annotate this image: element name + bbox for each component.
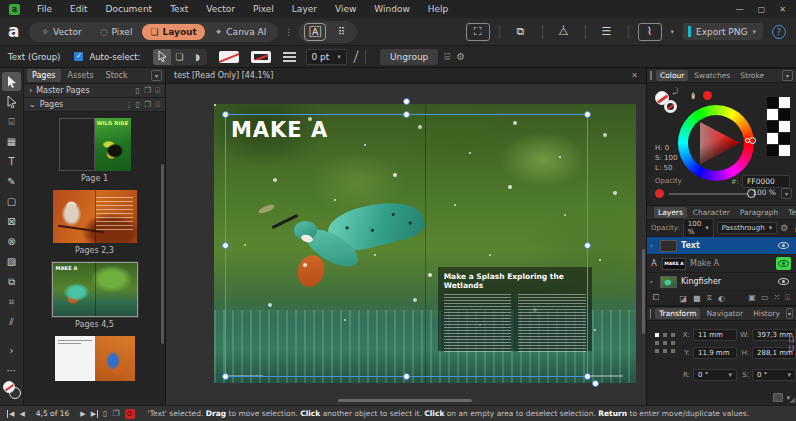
settings-gear-icon[interactable]: ⚙ xyxy=(456,51,465,62)
menu-document[interactable]: Document xyxy=(97,2,162,16)
stroke-swatch-none[interactable] xyxy=(251,51,271,63)
opacity-value[interactable]: 100 % xyxy=(752,188,776,197)
live-filter-icon[interactable]: ⧖ xyxy=(707,293,713,303)
tab-colour[interactable]: Colour xyxy=(656,70,688,81)
swatch-cell[interactable] xyxy=(767,97,778,108)
tab-pages[interactable]: Pages xyxy=(27,69,61,82)
canvas[interactable]: MAKE A Make a Splash Exploring the Wetla… xyxy=(166,84,646,405)
visibility-eye-icon[interactable] xyxy=(778,278,789,285)
tab-text-styles[interactable]: Text Styles xyxy=(784,207,796,218)
toolbar-overflow-icon[interactable]: ⋮ xyxy=(278,27,299,37)
transform-panel-menu-icon[interactable]: ▾ xyxy=(786,308,793,319)
place-image-tool[interactable]: ▨ xyxy=(2,252,21,271)
move-tool[interactable] xyxy=(2,72,21,91)
last-page-button[interactable]: ▶ xyxy=(91,410,98,418)
swatch-cell[interactable] xyxy=(779,133,790,144)
blend-options-gear-icon[interactable]: ⚙ xyxy=(780,223,788,233)
menu-pixel[interactable]: Pixel xyxy=(244,2,283,16)
tab-stock[interactable]: Stock xyxy=(101,69,133,82)
stroke-width-select[interactable]: 0 pt▾ xyxy=(306,49,347,65)
layer-name[interactable]: Make A xyxy=(690,259,772,268)
group-layers-icon[interactable]: ▭ xyxy=(761,293,769,303)
snapping-dropdown-chevron[interactable]: ▾ xyxy=(671,28,675,36)
artistic-text-tool[interactable]: T xyxy=(2,152,21,171)
export-dropdown-chevron[interactable]: ▾ xyxy=(752,28,756,36)
add-master-page-icon[interactable]: ▯ xyxy=(136,86,140,96)
single-page-view-icon[interactable]: ▯ xyxy=(103,409,107,418)
swatch-cell[interactable] xyxy=(779,121,790,132)
colour-panel-menu-icon[interactable]: ▾ xyxy=(782,70,793,81)
rectangle-tool[interactable]: ▢ xyxy=(2,192,21,211)
panel-resize-grip[interactable]: ◢ xyxy=(790,396,795,404)
menu-file[interactable]: File xyxy=(28,2,61,16)
fill-swatch-none[interactable] xyxy=(219,51,239,63)
layer-row-text[interactable]: › Text xyxy=(647,237,796,255)
picture-frame-rectangle-tool[interactable]: ⊠ xyxy=(2,212,21,231)
pressure-profile-icon[interactable]: ╱ xyxy=(352,51,360,63)
panel-drag-handle[interactable] xyxy=(650,71,652,80)
hue-selector[interactable] xyxy=(749,137,756,144)
auto-correct-button[interactable]: 🄰 xyxy=(304,23,326,41)
help-icon[interactable]: ? xyxy=(772,25,786,39)
tab-history[interactable]: History xyxy=(749,308,784,319)
layer-name[interactable]: Text xyxy=(681,241,774,250)
layer-options-icon[interactable]: ⁙ xyxy=(773,293,780,303)
swatch-cell[interactable] xyxy=(767,109,778,120)
shear-select[interactable]: 0 °▾ xyxy=(752,369,796,381)
layer-row-make-a[interactable]: A MAKE A Make A xyxy=(647,255,796,273)
swatch-cell[interactable] xyxy=(767,121,778,132)
swatch-cell[interactable] xyxy=(767,133,778,144)
rotate-pages-icon[interactable]: ⧉ xyxy=(509,23,533,41)
fill-colorwell-circle[interactable] xyxy=(3,381,15,393)
document-tab[interactable]: test [Read Only] [44.1%] xyxy=(174,71,273,80)
swatch-cell[interactable] xyxy=(767,145,778,156)
visibility-eye-icon[interactable] xyxy=(778,242,789,249)
shape-select-button[interactable]: ❏ xyxy=(171,49,189,65)
handle-bottom-right[interactable] xyxy=(584,373,591,380)
canvas-vertical-scrollbar[interactable] xyxy=(642,249,645,334)
tab-swatches[interactable]: Swatches xyxy=(690,70,734,81)
panel-drag-handle[interactable] xyxy=(650,309,651,318)
mask-layer-icon[interactable]: ◪ xyxy=(679,294,687,303)
preflight-status-icon[interactable] xyxy=(125,409,135,419)
insert-inside-icon[interactable]: ▣ xyxy=(748,293,756,303)
tab-stroke[interactable]: Stroke xyxy=(736,70,768,81)
swatch-cell[interactable] xyxy=(779,145,790,156)
handle-mid-right[interactable] xyxy=(584,242,591,249)
link-dimensions-icon[interactable]: ∐∐ xyxy=(789,335,794,353)
layer-expand-icon[interactable]: › xyxy=(650,242,656,250)
duplicate-page-icon[interactable]: ❐ xyxy=(144,100,151,110)
tools-expand-icon[interactable]: › xyxy=(2,341,21,360)
frame-text-tool[interactable]: ⌻ xyxy=(2,112,21,131)
menu-help[interactable]: Help xyxy=(419,2,458,16)
fill-stroke-colorwell[interactable] xyxy=(3,381,21,399)
layer-expand-icon[interactable]: › xyxy=(650,278,656,286)
pages-2-3-thumbnail[interactable] xyxy=(53,190,137,243)
layer-row-kingfisher[interactable]: › Kingfisher xyxy=(647,273,796,291)
handle-bottom-center[interactable] xyxy=(403,373,410,380)
menu-vector[interactable]: Vector xyxy=(197,2,244,16)
blend-mode-select[interactable]: Passthrough▾ xyxy=(717,222,778,234)
fill-none-circle[interactable] xyxy=(655,91,669,105)
handle-top-center[interactable] xyxy=(403,111,410,118)
vector-crop-tool[interactable]: ⌗ xyxy=(2,292,21,311)
menu-window[interactable]: Window xyxy=(365,2,419,16)
tab-paragraph[interactable]: Paragraph xyxy=(736,207,782,218)
rotation-select[interactable]: 0 °▾ xyxy=(693,369,737,381)
pages-panel-menu-icon[interactable]: ▾ xyxy=(151,70,162,81)
align-icon[interactable]: ☰ xyxy=(595,23,619,41)
delete-layer-icon[interactable]: ⍗ xyxy=(785,293,790,303)
adjustment-layer-icon[interactable]: ■ xyxy=(693,294,701,303)
duplicate-master-page-icon[interactable]: ❐ xyxy=(144,86,151,96)
pen-tool[interactable]: ✎ xyxy=(2,172,21,191)
snapshot-grid-button[interactable]: ⠿ xyxy=(330,23,352,41)
tab-assets[interactable]: Assets xyxy=(63,69,99,82)
tab-layers[interactable]: Layers xyxy=(654,207,687,218)
opacity-slider-track[interactable] xyxy=(669,193,751,195)
document-tab-close-icon[interactable]: ✕ xyxy=(631,71,638,80)
persona-canva-ai[interactable]: ✦Canva AI xyxy=(207,24,275,40)
next-page-button[interactable]: ▶ xyxy=(80,410,85,418)
handle-top-left[interactable] xyxy=(222,111,229,118)
auto-select-checkbox[interactable]: ✓ xyxy=(74,52,83,61)
menu-text[interactable]: Text xyxy=(161,2,197,16)
